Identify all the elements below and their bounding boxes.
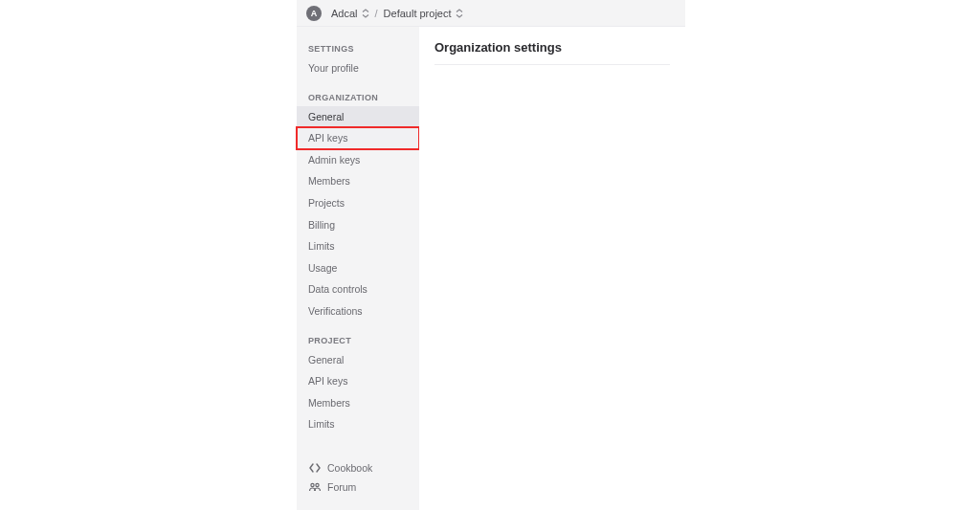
topbar: A Adcal / Default project (297, 0, 685, 27)
sidebar-footer: Cookbook Forum (297, 455, 419, 502)
project-name: Default project (384, 8, 452, 19)
sidebar-item-org-verifications[interactable]: Verifications (297, 300, 419, 322)
footer-link-label: Cookbook (327, 462, 372, 474)
section-label-settings: SETTINGS (297, 38, 419, 57)
sidebar-item-org-admin-keys[interactable]: Admin keys (297, 149, 419, 171)
org-switcher[interactable]: A Adcal (306, 6, 369, 21)
sidebar-item-org-members[interactable]: Members (297, 170, 419, 192)
sidebar-item-org-limits[interactable]: Limits (297, 235, 419, 257)
sidebar-item-proj-api-keys[interactable]: API keys (297, 370, 419, 392)
footer-link-forum[interactable]: Forum (297, 477, 419, 497)
sidebar-item-proj-members[interactable]: Members (297, 392, 419, 414)
forum-icon (308, 482, 322, 492)
sidebar-item-org-api-keys[interactable]: API keys (297, 127, 419, 149)
code-icon (308, 463, 322, 473)
sidebar-item-org-projects[interactable]: Projects (297, 192, 419, 214)
svg-point-0 (311, 483, 314, 486)
sidebar-item-org-general[interactable]: General (297, 106, 419, 128)
section-label-project: PROJECT (297, 330, 419, 349)
sidebar-item-org-usage[interactable]: Usage (297, 257, 419, 279)
section-label-organization: ORGANIZATION (297, 87, 419, 106)
footer-link-label: Forum (327, 481, 356, 493)
settings-sidebar: SETTINGS Your profile ORGANIZATION Gener… (297, 27, 419, 510)
app-window: A Adcal / Default project SETTINGS Your … (297, 0, 685, 510)
breadcrumb-separator: / (375, 8, 378, 19)
footer-link-cookbook[interactable]: Cookbook (297, 458, 419, 477)
sidebar-item-proj-general[interactable]: General (297, 349, 419, 371)
project-switcher[interactable]: Default project (384, 8, 463, 19)
main-content: Organization settings (419, 27, 685, 510)
sidebar-item-your-profile[interactable]: Your profile (297, 57, 419, 79)
sidebar-spacer (297, 435, 419, 455)
chevron-updown-icon (362, 9, 369, 18)
body: SETTINGS Your profile ORGANIZATION Gener… (297, 27, 685, 510)
sidebar-item-org-billing[interactable]: Billing (297, 214, 419, 236)
org-avatar: A (306, 6, 322, 21)
sidebar-item-proj-limits[interactable]: Limits (297, 413, 419, 435)
svg-point-1 (316, 483, 319, 486)
sidebar-item-org-data-controls[interactable]: Data controls (297, 278, 419, 300)
org-name: Adcal (331, 8, 358, 19)
page-title: Organization settings (434, 40, 670, 65)
chevron-updown-icon (456, 9, 463, 18)
